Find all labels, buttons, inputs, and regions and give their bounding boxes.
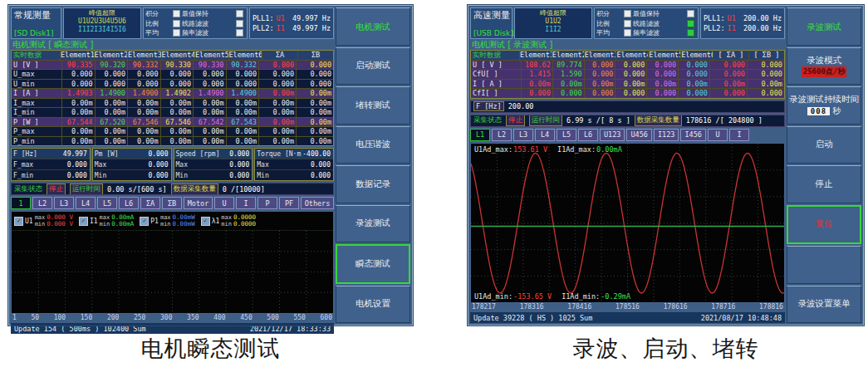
trace-name: I1 (90, 218, 98, 225)
checkbox-icon[interactable]: ✓ (79, 217, 88, 226)
checkbox-icon[interactable]: ✓ (14, 217, 23, 226)
left-tab-bar: 1L2L3L4L5L6ΣAΣBMotorUIPPFOthers (11, 197, 334, 209)
toggle[interactable]: 最值保持 (633, 9, 694, 18)
tab[interactable]: ΣB (162, 197, 182, 209)
toggle[interactable]: 平均 (145, 28, 180, 37)
menu-item[interactable]: 录波设置菜单 (787, 286, 861, 324)
toggle[interactable]: 最值保持 (182, 9, 243, 18)
toggle-indicator-icon (687, 10, 694, 17)
menu-item-label: 电机设置 (356, 298, 390, 308)
tab[interactable]: U (708, 129, 728, 141)
table-cell: 0.000 (678, 61, 709, 70)
max-min-values: 0.000 V0.000 V (47, 214, 73, 228)
tab[interactable]: L2 (492, 129, 512, 141)
measurement-table: 实时数据Element1Element2Element3Element4Elem… (11, 50, 334, 146)
menu-item-label: 堵转测试 (356, 100, 390, 110)
tab[interactable]: I456 (680, 129, 705, 141)
menu-item[interactable] (787, 246, 861, 284)
toggle[interactable]: 频率滤波 (182, 28, 243, 37)
table-cell: 1.4900 (226, 89, 259, 98)
menu-item[interactable]: 瞬态测试 (336, 244, 410, 284)
table-cell: 0.000 (747, 61, 784, 70)
trace-legend: ✓ U1 maxmin 0.000 V0.000 V (14, 214, 73, 228)
toggle[interactable]: 比例 (145, 19, 180, 28)
menu-item[interactable]: 堵转测试 (336, 86, 410, 125)
toggle[interactable]: 线路滤波 (182, 19, 243, 28)
column-header: Element1 (60, 51, 94, 60)
tab[interactable]: I123 (654, 129, 679, 141)
tab[interactable]: PF (279, 197, 299, 209)
trend-plot (12, 231, 333, 313)
menu-item-value: 008 (807, 107, 830, 115)
panel-value: -400.00 (302, 150, 333, 158)
toggle[interactable]: 频率滤波 (633, 28, 694, 37)
peak-voltage-channels: U1U2U3U4U5U6 (66, 17, 139, 26)
panel-max-value: 0.000 (229, 161, 252, 169)
toggle[interactable]: 积分 (596, 9, 631, 18)
tab[interactable]: U (214, 197, 234, 209)
screenshot-stage: 常规测量 [SD Disk1] 峰值超限 U1U2U3U4U5U6 I1I2I3… (0, 0, 868, 367)
tab[interactable]: L4 (535, 129, 555, 141)
acquisition-status-bar: 采集状态 停止 运行时间 6.99 s /[ 8 s ] 数据采集数量 1786… (470, 115, 785, 127)
tab[interactable]: L6 (578, 129, 598, 141)
menu-item-value: 25600点/秒 (802, 66, 847, 77)
tab[interactable]: L6 (119, 197, 139, 209)
tab[interactable]: L5 (97, 197, 117, 209)
menu-item[interactable]: 数据记录 (336, 165, 410, 203)
panel-max-value: 0.000 (148, 161, 170, 169)
panel-max-label: Max (93, 161, 149, 169)
menu-item[interactable]: 启动 (787, 126, 861, 164)
right-analyzer-screen: 高速测量 [USB Disk1] 峰值超限 U1U2 I1I2 积分 (468, 5, 864, 325)
x-tick-label: 178616 (664, 303, 688, 312)
table-row: CfI[ ]0.0000.0000.0000.0000.0000.0000.00… (471, 89, 784, 98)
tab[interactable]: I (729, 129, 749, 141)
toggle-label: 积分 (596, 9, 610, 18)
tab[interactable]: L5 (557, 129, 576, 141)
menu-item[interactable]: 电机设置 (336, 286, 410, 324)
tab[interactable]: U456 (626, 129, 651, 141)
left-footer-bar: Update 154 ( 500ms ) 102400 Sum 2021/12/… (11, 323, 334, 334)
mode-line: 电机测试 [ 录波测试 ] (470, 39, 785, 50)
menu-item[interactable]: 录波测试持续时间 008 秒 (787, 86, 861, 125)
menu-item[interactable]: 电压谐波 (336, 126, 410, 164)
table-row: P_min0.00m0.00m0.00m0.00m0.00m0.00m0.00m… (12, 137, 333, 146)
toggle[interactable]: 平均 (596, 28, 631, 37)
menu-item[interactable]: 录波测试 (336, 205, 410, 243)
table-cell: 108.62 (521, 61, 552, 70)
toggle[interactable]: 线路滤波 (633, 19, 694, 28)
pll-readout: PLL2: I1 200.00 Hz (704, 24, 782, 32)
checkbox-icon[interactable]: ✓ (201, 217, 210, 226)
menu-item[interactable]: 录波模式 25600点/秒 (787, 47, 861, 86)
checkbox-icon[interactable]: ✓ (140, 217, 149, 226)
tab[interactable]: L3 (513, 129, 533, 141)
table-cell: 67.546 (160, 118, 194, 127)
left-analyzer-screen: 常规测量 [SD Disk1] 峰值超限 U1U2U3U4U5U6 I1I2I3… (8, 5, 413, 325)
tab[interactable]: L3 (54, 197, 74, 209)
column-header: ΣB (297, 51, 333, 60)
menu-item-label: 录波设置菜单 (798, 298, 851, 308)
menu-item[interactable]: 复位 (787, 205, 861, 245)
toggle[interactable]: 比例 (596, 19, 631, 28)
sample-count-value: 178616 /[ 204800 ] (686, 116, 763, 125)
pll-source: U1 (728, 14, 736, 22)
right-main-area: 高速测量 [USB Disk1] 峰值超限 U1U2 I1I2 积分 (470, 7, 785, 323)
menu-item-label: 停止 (816, 179, 833, 188)
tab[interactable]: L1 (470, 129, 490, 141)
tab[interactable]: Others (301, 197, 334, 209)
table-cell: 0.00m (160, 108, 194, 117)
tab[interactable]: P (257, 197, 277, 209)
tab[interactable]: U123 (600, 129, 625, 141)
table-cell: 0.00m (296, 127, 333, 136)
menu-item[interactable]: 启动测试 (336, 47, 410, 86)
tab[interactable]: I (236, 197, 256, 209)
tab[interactable]: L2 (32, 197, 52, 209)
right-footer-bar: Update 39228 ( HS ) 1025 Sum 2021/08/17 … (470, 312, 785, 323)
toggle[interactable]: 积分 (145, 9, 180, 18)
tab[interactable]: 1 (11, 197, 31, 209)
x-tick-label: 178316 (520, 303, 544, 312)
tab[interactable]: Motor (184, 197, 213, 209)
tab[interactable]: ΣA (140, 197, 160, 209)
menu-item[interactable]: 停止 (787, 165, 861, 203)
table-header-row: 实时数据Element1Element2Element3Element4Elem… (471, 51, 784, 61)
tab[interactable]: L4 (76, 197, 96, 209)
